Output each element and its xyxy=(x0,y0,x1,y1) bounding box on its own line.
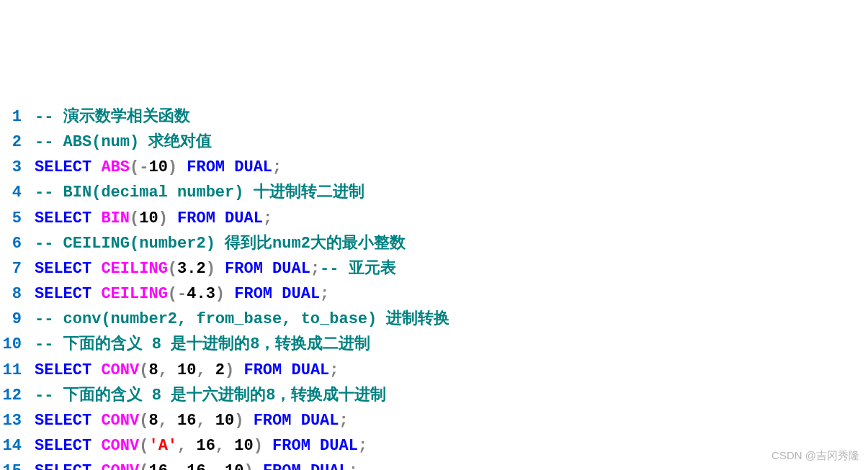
token-num: 16 xyxy=(196,437,215,455)
line-number: 14 xyxy=(0,433,35,458)
token-text xyxy=(91,209,101,227)
token-keyword: SELECT xyxy=(35,260,91,278)
code-content[interactable]: -- CEILING(number2) 得到比num2大的最小整数 xyxy=(35,231,406,256)
code-line[interactable]: 12-- 下面的含义 8 是十六进制的8，转换成十进制 xyxy=(0,383,868,408)
token-num: 8 xyxy=(148,361,158,379)
code-content[interactable]: -- 下面的含义 8 是十进制的8，转换成二进制 xyxy=(35,332,370,357)
code-content[interactable]: SELECT ABS(-10) FROM DUAL; xyxy=(35,155,282,180)
token-sym: ) xyxy=(206,260,215,278)
line-number: 8 xyxy=(0,281,35,307)
token-comment: -- 演示数学相关函数 xyxy=(35,108,190,126)
token-text xyxy=(206,412,215,430)
token-num: 10 xyxy=(139,209,158,227)
token-sym: ) xyxy=(234,412,243,430)
code-line[interactable]: 6-- CEILING(number2) 得到比num2大的最小整数 xyxy=(0,231,868,256)
token-sym: , xyxy=(158,361,168,379)
code-content[interactable]: SELECT CONV(16, 16, 10) FROM DUAL; xyxy=(35,458,358,470)
token-comment: -- 亚元表 xyxy=(320,260,396,278)
code-line[interactable]: 1-- 演示数学相关函数 xyxy=(0,104,868,130)
token-keyword: FROM xyxy=(225,260,263,278)
token-text xyxy=(91,437,101,455)
token-func: CONV xyxy=(101,462,139,470)
line-number: 1 xyxy=(0,104,35,130)
code-line[interactable]: 4-- BIN(decimal number) 十进制转二进制 xyxy=(0,180,868,205)
token-text xyxy=(91,361,101,379)
token-keyword: FROM xyxy=(187,158,225,176)
token-func: CEILING xyxy=(101,285,167,303)
code-content[interactable]: -- ABS(num) 求绝对值 xyxy=(35,130,212,155)
token-num: 10 xyxy=(215,412,234,430)
code-line[interactable]: 5SELECT BIN(10) FROM DUAL; xyxy=(0,206,868,231)
token-keyword: SELECT xyxy=(35,437,91,455)
token-sym: ; xyxy=(320,285,329,303)
token-text xyxy=(91,158,101,176)
code-content[interactable]: SELECT CEILING(3.2) FROM DUAL;-- 亚元表 xyxy=(35,256,396,281)
token-sym: - xyxy=(177,285,187,303)
token-sym: ) xyxy=(243,462,253,470)
code-content[interactable]: -- conv(number2, from_base, to_base) 进制转… xyxy=(35,307,449,332)
token-num: 4.3 xyxy=(187,285,215,303)
token-keyword: FROM xyxy=(263,462,301,470)
code-line[interactable]: 13SELECT CONV(8, 16, 10) FROM DUAL; xyxy=(0,408,868,433)
code-editor[interactable]: 1-- 演示数学相关函数2-- ABS(num) 求绝对值3SELECT ABS… xyxy=(0,101,868,470)
line-number: 12 xyxy=(0,383,35,408)
code-line[interactable]: 9-- conv(number2, from_base, to_base) 进制… xyxy=(0,307,868,332)
code-line[interactable]: 3SELECT ABS(-10) FROM DUAL; xyxy=(0,155,868,180)
token-sym: , xyxy=(215,437,225,455)
code-line[interactable]: 15SELECT CONV(16, 16, 10) FROM DUAL; xyxy=(0,458,868,470)
token-sym: ) xyxy=(168,158,177,176)
token-sym: ( xyxy=(139,361,148,379)
token-text xyxy=(215,209,225,227)
code-content[interactable]: SELECT CONV(8, 16, 10) FROM DUAL; xyxy=(35,408,349,433)
token-keyword: SELECT xyxy=(35,285,91,303)
code-line[interactable]: 7SELECT CEILING(3.2) FROM DUAL;-- 亚元表 xyxy=(0,256,868,281)
token-sym: ; xyxy=(339,412,349,430)
token-text xyxy=(272,285,282,303)
token-keyword: FROM xyxy=(272,437,310,455)
line-number: 11 xyxy=(0,358,35,383)
token-sym: ( xyxy=(168,260,177,278)
code-content[interactable]: -- 下面的含义 8 是十六进制的8，转换成十进制 xyxy=(35,383,386,408)
token-text xyxy=(243,412,253,430)
code-content[interactable]: SELECT CONV(8, 10, 2) FROM DUAL; xyxy=(35,358,339,383)
code-content[interactable]: SELECT CONV('A', 16, 10) FROM DUAL; xyxy=(35,433,367,458)
token-text xyxy=(168,209,177,227)
token-sym: ) xyxy=(158,209,168,227)
token-sym: ) xyxy=(215,285,225,303)
code-line[interactable]: 2-- ABS(num) 求绝对值 xyxy=(0,130,868,155)
token-text xyxy=(225,285,234,303)
code-line[interactable]: 10-- 下面的含义 8 是十进制的8，转换成二进制 xyxy=(0,332,868,357)
token-sym: , xyxy=(177,437,187,455)
code-line[interactable]: 11SELECT CONV(8, 10, 2) FROM DUAL; xyxy=(0,358,868,383)
token-text xyxy=(168,412,177,430)
code-line[interactable]: 14SELECT CONV('A', 16, 10) FROM DUAL; xyxy=(0,433,868,458)
token-sym: ; xyxy=(358,437,367,455)
token-text xyxy=(225,158,234,176)
token-keyword: SELECT xyxy=(35,209,91,227)
token-num: 16 xyxy=(187,462,205,470)
token-func: CEILING xyxy=(101,260,167,278)
token-comment: -- conv(number2, from_base, to_base) 进制转… xyxy=(35,310,449,328)
token-sym: ; xyxy=(349,462,358,470)
code-line[interactable]: 8SELECT CEILING(-4.3) FROM DUAL; xyxy=(0,281,868,307)
line-number: 10 xyxy=(0,332,35,357)
token-sym: ( xyxy=(130,209,139,227)
token-keyword: DUAL xyxy=(301,412,339,430)
token-text xyxy=(310,437,320,455)
token-text xyxy=(234,361,243,379)
code-content[interactable]: SELECT BIN(10) FROM DUAL; xyxy=(35,206,272,231)
token-num: 16 xyxy=(148,462,167,470)
code-content[interactable]: -- BIN(decimal number) 十进制转二进制 xyxy=(35,180,364,205)
token-keyword: SELECT xyxy=(35,412,91,430)
token-comment: -- 下面的含义 8 是十六进制的8，转换成十进制 xyxy=(35,387,386,405)
token-comment: -- ABS(num) 求绝对值 xyxy=(35,133,212,151)
token-text xyxy=(168,361,177,379)
token-text xyxy=(225,437,234,455)
token-num: 3.2 xyxy=(177,260,206,278)
code-content[interactable]: SELECT CEILING(-4.3) FROM DUAL; xyxy=(35,281,329,307)
token-num: 10 xyxy=(225,462,243,470)
token-num: 8 xyxy=(148,412,158,430)
line-number: 3 xyxy=(0,155,35,180)
code-content[interactable]: -- 演示数学相关函数 xyxy=(35,104,190,130)
line-number: 2 xyxy=(0,130,35,155)
